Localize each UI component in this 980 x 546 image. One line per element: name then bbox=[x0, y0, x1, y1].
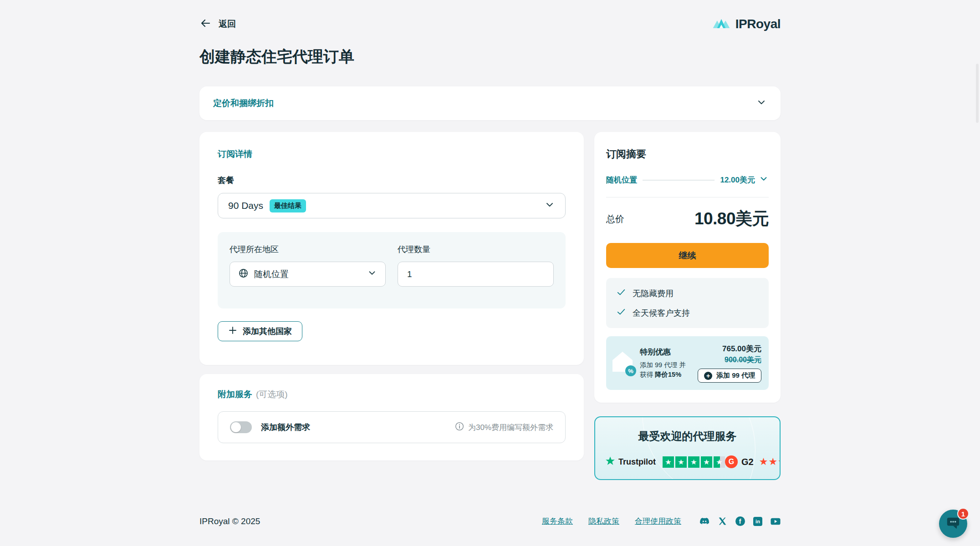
extra-requirements-row: 添加额外需求 为30%费用编写额外需求 bbox=[218, 411, 566, 443]
check-icon bbox=[616, 307, 626, 319]
back-label: 返回 bbox=[219, 18, 236, 30]
trustpilot-label: Trustpilot bbox=[618, 457, 656, 467]
chevron-down-icon bbox=[756, 97, 767, 110]
benefits-panel: 无隐藏费用 全天候客户支持 bbox=[606, 278, 769, 328]
footer: IPRoyal © 2025 服务条款 隐私政策 合理使用政策 f in bbox=[199, 516, 781, 526]
location-select[interactable]: 随机位置 bbox=[230, 262, 386, 287]
chevron-down-icon bbox=[544, 199, 555, 212]
package-select[interactable]: 90 Days 最佳结果 bbox=[218, 193, 566, 218]
chevron-down-icon bbox=[367, 268, 377, 280]
copyright: IPRoyal © 2025 bbox=[199, 516, 260, 526]
add-country-button[interactable]: 添加其他国家 bbox=[218, 321, 302, 341]
g2-rating: G G2 bbox=[725, 455, 781, 468]
trustpilot-star-icon bbox=[605, 456, 615, 468]
plus-icon bbox=[228, 326, 237, 337]
most-popular-card: 最受欢迎的代理服务 Trustpilot G bbox=[594, 416, 781, 480]
benefit-label: 全天候客户支持 bbox=[633, 308, 690, 318]
discount-shield-icon: % bbox=[611, 350, 637, 376]
scrollbar-thumb[interactable] bbox=[976, 64, 979, 123]
accordion-label: 定价和捆绑折扣 bbox=[213, 97, 274, 109]
back-button[interactable]: 返回 bbox=[199, 17, 236, 31]
x-icon[interactable] bbox=[717, 516, 727, 526]
offer-title: 特别优惠 bbox=[640, 347, 695, 357]
chevron-down-icon bbox=[759, 174, 769, 186]
extra-requirements-toggle[interactable] bbox=[230, 421, 252, 433]
crown-icon bbox=[712, 16, 730, 32]
chat-notification-badge: 1 bbox=[957, 508, 969, 520]
benefit-item: 全天候客户支持 bbox=[616, 307, 759, 319]
g2-label: G2 bbox=[741, 457, 754, 467]
extra-requirements-hint: 为30%费用编写额外需求 bbox=[468, 422, 553, 433]
summary-line-item[interactable]: 随机位置 12.00美元 bbox=[606, 174, 769, 186]
add-99-proxies-button[interactable]: 添加 99 代理 bbox=[698, 369, 761, 383]
location-value: 随机位置 bbox=[254, 268, 289, 280]
total-price: 10.80美元 bbox=[694, 207, 769, 230]
popular-title: 最受欢迎的代理服务 bbox=[605, 429, 770, 444]
back-arrow-icon bbox=[199, 17, 211, 31]
benefit-item: 无隐藏费用 bbox=[616, 287, 759, 299]
line-item-price: 12.00美元 bbox=[720, 175, 755, 185]
check-icon bbox=[616, 287, 626, 299]
iproyal-logo[interactable]: IPRoyal bbox=[712, 16, 781, 32]
subscription-section-title: 订阅详情 bbox=[218, 148, 566, 160]
info-icon bbox=[455, 422, 464, 433]
location-label: 代理所在地区 bbox=[230, 244, 386, 255]
location-quantity-panel: 代理所在地区 随机位置 bbox=[218, 232, 566, 308]
terms-link[interactable]: 服务条款 bbox=[542, 516, 573, 526]
add-99-proxies-label: 添加 99 代理 bbox=[716, 371, 755, 380]
header: 返回 IPRoyal bbox=[199, 14, 781, 35]
quantity-label: 代理数量 bbox=[398, 244, 554, 255]
total-label: 总价 bbox=[606, 213, 624, 225]
best-value-badge: 最佳结果 bbox=[270, 199, 306, 212]
linkedin-icon[interactable]: in bbox=[753, 516, 763, 526]
chat-widget-button[interactable]: 1 bbox=[939, 510, 967, 538]
trustpilot-stars bbox=[663, 456, 725, 468]
add-country-label: 添加其他国家 bbox=[243, 326, 292, 337]
g2-logo-icon: G bbox=[725, 455, 738, 468]
order-page: 返回 IPRoyal 创建静态住宅代理订单 定价和捆绑折扣 bbox=[0, 0, 980, 546]
subscription-summary-card: 订阅摘要 随机位置 12.00美元 总价 bbox=[594, 132, 781, 403]
package-value: 90 Days bbox=[228, 200, 263, 211]
special-offer-panel: % 特别优惠 添加 99 代理 并 获得 降价15% 765.00美元 900.… bbox=[606, 336, 769, 390]
youtube-icon[interactable] bbox=[771, 516, 781, 526]
plus-circle-icon bbox=[704, 372, 712, 380]
subscription-details-card: 订阅详情 套餐 90 Days 最佳结果 代理所在地区 bbox=[199, 132, 584, 365]
offer-price-new: 765.00美元 bbox=[722, 344, 761, 354]
quantity-input[interactable] bbox=[398, 262, 554, 287]
addons-section-title: 附加服务 bbox=[218, 389, 252, 400]
g2-stars bbox=[759, 456, 781, 468]
addons-optional-suffix: (可选项) bbox=[256, 389, 288, 400]
addons-card: 附加服务 (可选项) 添加额外需求 bbox=[199, 374, 584, 460]
offer-price-old: 900.00美元 bbox=[725, 355, 761, 365]
benefit-label: 无隐藏费用 bbox=[633, 288, 674, 299]
globe-icon bbox=[238, 268, 249, 281]
trustpilot-rating: Trustpilot bbox=[605, 456, 725, 468]
logo-text: IPRoyal bbox=[735, 17, 781, 31]
extra-requirements-label: 添加额外需求 bbox=[261, 422, 310, 433]
chat-bubble-icon bbox=[945, 516, 961, 532]
facebook-icon[interactable]: f bbox=[735, 516, 745, 526]
leader-line bbox=[643, 180, 715, 181]
discord-icon[interactable] bbox=[699, 516, 709, 526]
page-title: 创建静态住宅代理订单 bbox=[199, 46, 781, 67]
summary-title: 订阅摘要 bbox=[606, 147, 769, 161]
offer-description: 添加 99 代理 并 获得 降价15% bbox=[640, 360, 695, 379]
line-item-label: 随机位置 bbox=[606, 175, 637, 185]
pricing-discounts-accordion[interactable]: 定价和捆绑折扣 bbox=[199, 86, 781, 120]
continue-button[interactable]: 继续 bbox=[606, 243, 769, 268]
package-label: 套餐 bbox=[218, 175, 566, 186]
privacy-link[interactable]: 隐私政策 bbox=[588, 516, 619, 526]
fair-usage-link[interactable]: 合理使用政策 bbox=[635, 516, 681, 526]
toggle-knob bbox=[231, 422, 241, 432]
divider bbox=[606, 197, 769, 197]
